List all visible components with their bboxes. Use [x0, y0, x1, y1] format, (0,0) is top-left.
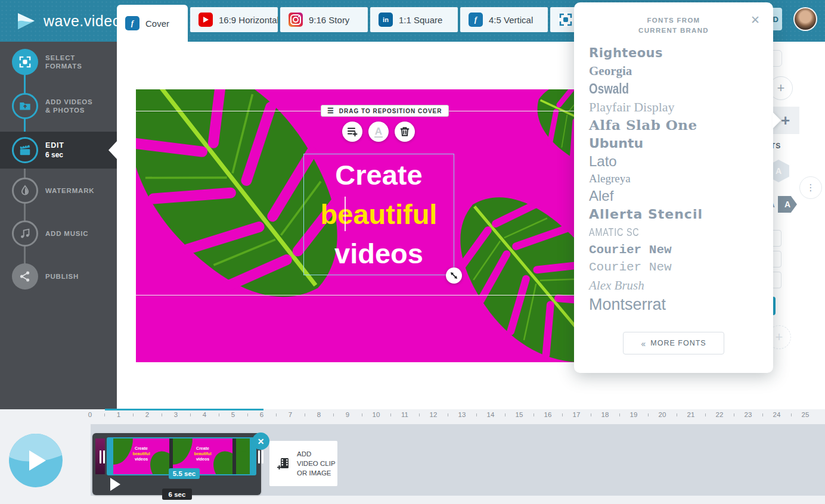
ruler-minor-tick — [362, 413, 362, 416]
resize-handle[interactable] — [446, 267, 462, 284]
font-option-alegreya[interactable]: Alegreya — [589, 170, 758, 187]
tab-cover[interactable]: fCover — [117, 5, 188, 42]
sidebar-item-add-music[interactable]: ADD MUSIC — [0, 215, 117, 252]
drag-reposition-pill[interactable]: ☰ DRAG TO REPOSITION COVER — [321, 105, 449, 117]
tab-9-16-story[interactable]: 9:16 Story — [280, 7, 368, 32]
user-avatar[interactable] — [793, 7, 817, 31]
remove-clip-button[interactable]: ✕ — [252, 433, 269, 450]
drag-handle-icon: ☰ — [327, 107, 334, 115]
font-option-montserrat[interactable]: Montserrat — [589, 295, 758, 314]
ruler-second-19: 19 — [626, 411, 641, 418]
wave-logo-icon — [15, 10, 37, 32]
ruler-second-10: 10 — [369, 411, 383, 418]
add-text-button[interactable] — [342, 122, 362, 142]
ruler-minor-tick — [133, 413, 134, 416]
ruler-second-23: 23 — [741, 411, 755, 418]
tab-label: 1:1 Square — [399, 15, 442, 25]
font-option-ubuntu[interactable]: Ubuntu — [589, 134, 758, 153]
ruler-minor-tick — [162, 413, 162, 416]
close-icon[interactable]: ✕ — [750, 14, 760, 26]
ruler-second-0: 0 — [83, 411, 97, 418]
ruler-minor-tick — [190, 413, 191, 416]
font-option-alfa-slab-one[interactable]: Alfa Slab One — [589, 116, 758, 134]
timeline-duration-line — [105, 409, 263, 410]
drag-pill-label: DRAG TO REPOSITION COVER — [339, 108, 442, 114]
tab-1-1-square[interactable]: in1:1 Square — [370, 7, 458, 32]
clip-duration-badge: 6 sec — [162, 489, 192, 500]
app-logo[interactable]: wave.video — [15, 10, 121, 32]
sidebar-item-select-formats[interactable]: SELECT FORMATS — [0, 43, 117, 80]
chevrons-left-icon: ‹‹ — [641, 338, 644, 349]
font-option-righteous[interactable]: Righteous — [589, 44, 758, 62]
ruler-minor-tick — [390, 413, 391, 416]
format-tabs: fCover16:9 Horizontal9:16 Storyin1:1 Squ… — [117, 0, 588, 42]
sidebar-item-add-videos-photos[interactable]: ADD VIDEOS & PHOTOS — [0, 88, 117, 125]
vertical-dots-icon: ⋮ — [807, 182, 815, 193]
resize-arrow-icon — [449, 271, 458, 280]
font-option-courier-new[interactable]: Courier New — [589, 259, 758, 276]
cover-bottom-guide — [136, 295, 622, 295]
tab-label: 9:16 Story — [309, 15, 349, 25]
tab-16-9-horizontal[interactable]: 16:9 Horizontal — [190, 7, 278, 32]
tab-4-5-vertical[interactable]: f4:5 Vertical — [460, 7, 548, 32]
font-list: RighteousGeorgiaOswaldPlayfair DisplayAl… — [589, 44, 758, 314]
ruler-second-7: 7 — [283, 411, 297, 418]
ruler-second-4: 4 — [197, 411, 212, 418]
step-label: PUBLISH — [45, 272, 111, 281]
sidebar-item-watermark[interactable]: WATERMARK — [0, 172, 117, 209]
ruler-minor-tick — [648, 413, 649, 416]
ruler-second-9: 9 — [340, 411, 355, 418]
ruler-minor-tick — [247, 413, 248, 416]
timeline-clip[interactable]: Createbeautifulvideos Createbeautifulvid… — [92, 433, 261, 495]
more-fonts-button[interactable]: ‹‹ MORE FONTS — [623, 332, 724, 354]
formats-icon — [18, 55, 32, 69]
ruler-minor-tick — [448, 413, 448, 416]
fonts-popup: FONTS FROM CURRENT BRAND ✕ RighteousGeor… — [574, 2, 773, 373]
text-element-selection[interactable]: Createbeautifulvideos — [303, 154, 454, 275]
timeline: 0123456789101112131415161718192021222324… — [0, 409, 825, 504]
font-option-lato[interactable]: Lato — [589, 153, 758, 170]
more-options-button[interactable]: ⋮ — [799, 176, 822, 199]
font-option-allerta-stencil[interactable]: Allerta Stencil — [589, 205, 758, 223]
font-option-playfair-display[interactable]: Playfair Display — [589, 98, 758, 116]
font-option-alef[interactable]: Alef — [589, 187, 758, 205]
step-label: ADD VIDEOS & PHOTOS — [45, 98, 111, 114]
font-option-oswald[interactable]: Oswald — [589, 80, 728, 98]
tab-label: 16:9 Horizontal — [219, 15, 278, 25]
ruler-minor-tick — [677, 413, 677, 416]
font-option-amatic-sc[interactable]: AMATIC SC — [589, 223, 724, 241]
ruler-second-14: 14 — [483, 411, 498, 418]
ruler-second-11: 11 — [398, 411, 412, 418]
wave-video-editor: wave.video fCover16:9 Horizontal9:16 Sto… — [0, 0, 825, 504]
logo-wordmark: wave.video — [44, 13, 121, 30]
text-style-button[interactable]: A — [368, 122, 389, 142]
font-option-alex-brush[interactable]: Alex Brush — [589, 276, 758, 295]
font-option-georgia[interactable]: Georgia — [589, 62, 758, 80]
watermark-icon — [18, 184, 32, 197]
step-label: SELECT FORMATS — [45, 54, 111, 70]
plus-icon: + — [781, 111, 790, 130]
preview-play-button[interactable] — [9, 434, 63, 487]
ruler-second-3: 3 — [169, 411, 183, 418]
ruler-minor-tick — [104, 413, 105, 416]
publish-icon — [18, 270, 32, 283]
ruler-second-13: 13 — [455, 411, 469, 418]
delete-text-button[interactable] — [395, 122, 415, 142]
add-card-label: ADD VIDEO CLIP OR IMAGE — [297, 449, 336, 478]
thumb-text: Createbeautifulvideos — [173, 446, 232, 462]
sidebar-item-edit[interactable]: EDIT6 sec — [0, 132, 117, 169]
trim-handle-right[interactable] — [258, 450, 264, 463]
steps-sidebar: SELECT FORMATSADD VIDEOS & PHOTOSEDIT6 s… — [0, 42, 117, 409]
trash-icon — [399, 126, 411, 138]
font-option-courier-new[interactable]: Courier New — [589, 241, 758, 259]
clip-play-button[interactable] — [110, 478, 120, 491]
sidebar-item-publish[interactable]: PUBLISH — [0, 258, 117, 295]
add-video-clip-button[interactable]: ADD VIDEO CLIP OR IMAGE — [269, 441, 337, 486]
ruler-minor-tick — [762, 413, 763, 416]
step-duration: 6 sec — [45, 151, 111, 159]
trim-handle-left[interactable] — [99, 450, 106, 463]
close-icon: ✕ — [258, 437, 265, 446]
custom-format-icon — [559, 13, 573, 27]
videos-icon — [18, 99, 32, 113]
ruler-minor-tick — [305, 413, 305, 416]
